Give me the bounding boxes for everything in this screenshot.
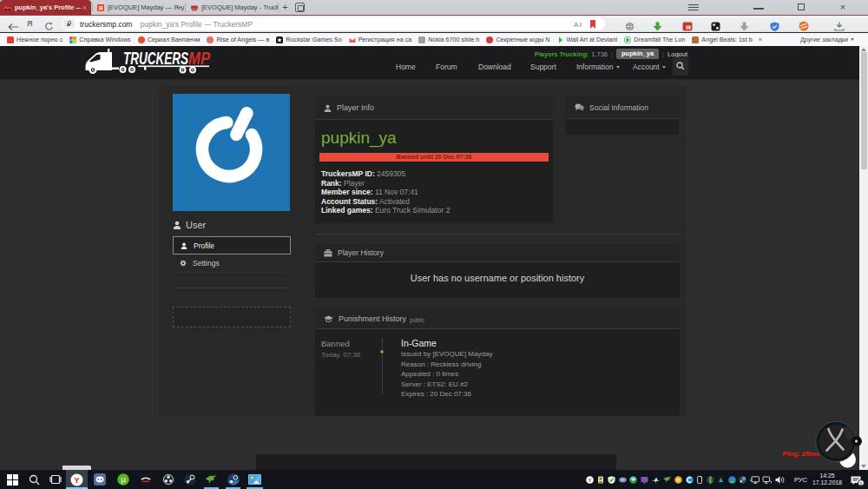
- person-icon: [324, 104, 332, 112]
- windows-taskbar: Y µ Y: [0, 470, 868, 489]
- player-history-header: Player History: [315, 244, 680, 262]
- bookmark-item[interactable]: Секретные коды N: [486, 36, 549, 43]
- nav-account[interactable]: Account: [633, 63, 666, 71]
- bookmark-favicon: [207, 36, 214, 43]
- sidebar-item-settings[interactable]: Settings: [173, 254, 291, 273]
- taskbar-yandex-browser[interactable]: Y: [66, 470, 88, 489]
- tray-disc-icon[interactable]: [619, 476, 627, 484]
- overlay-recorder-widget[interactable]: [803, 411, 868, 470]
- clock-time: 14:25: [819, 472, 834, 479]
- site-footer-block: [256, 454, 616, 470]
- tab-3[interactable]: [EVOQUE] Mayday - Trucke: [187, 0, 278, 15]
- address-domain[interactable]: truckersmp.com: [80, 20, 132, 29]
- clock-date: 17.12.2018: [812, 479, 842, 486]
- bookmark-item[interactable]: Dreamfall The Lon: [624, 36, 685, 43]
- taskbar-discord[interactable]: [90, 470, 108, 489]
- site-security-icon[interactable]: [63, 19, 75, 29]
- tray-war-thunder-icon[interactable]: [663, 476, 672, 483]
- player-info-panel: Player Info pupkin_ya Banned until 20 De…: [315, 96, 553, 223]
- utorrent-icon: µ: [117, 473, 129, 486]
- punishment-entry-meta: Banned Today, 07:36: [321, 339, 360, 359]
- rockstar-favicon: [276, 36, 283, 43]
- bookmark-flag-icon[interactable]: [589, 20, 596, 29]
- war-thunder-icon: [205, 474, 218, 485]
- tray-green-bar-icon[interactable]: [707, 476, 714, 484]
- tab-title: pupkin_ya's Profile — Tru: [15, 3, 81, 11]
- bookmark-item[interactable]: Wall Art at Deviant: [557, 36, 618, 43]
- truckersmp-favicon: [4, 4, 11, 11]
- taskbar-clock[interactable]: 14:25 17.12.2018: [812, 472, 842, 486]
- translate-icon[interactable]: A: [573, 20, 582, 29]
- tray-jet-icon[interactable]: [651, 476, 660, 484]
- taskbar-game[interactable]: [136, 470, 155, 489]
- taskbar-obs[interactable]: [159, 470, 177, 489]
- tab-separator: [278, 3, 279, 12]
- window-menu-icon[interactable]: [687, 0, 700, 15]
- tray-agent-icon[interactable]: [597, 476, 605, 484]
- tray-yandex-icon[interactable]: Y: [586, 476, 594, 484]
- volume-icon[interactable]: [775, 476, 785, 484]
- nav-download[interactable]: Download: [478, 63, 511, 71]
- taskbar-search-button[interactable]: [25, 470, 43, 489]
- search-icon: [29, 474, 40, 486]
- action-center-button[interactable]: 1: [851, 474, 861, 485]
- tray-shield-icon[interactable]: [608, 476, 615, 484]
- language-indicator[interactable]: РУС: [794, 476, 807, 484]
- scrollbar-thumb[interactable]: [861, 52, 867, 169]
- punishment-history-header: Punishment History public: [315, 309, 680, 329]
- tab-active[interactable]: pupkin_ya's Profile — Tru ×: [0, 0, 91, 15]
- taskbar-war-thunder[interactable]: [202, 470, 220, 489]
- window-minimize-icon[interactable]: [752, 0, 766, 15]
- taskbar-photos[interactable]: [246, 470, 264, 489]
- bookmark-item[interactable]: Справка Windows: [69, 36, 130, 43]
- sidebar-user-heading: User: [173, 220, 291, 230]
- tray-blue-c-icon[interactable]: [686, 476, 694, 484]
- bookmark-item[interactable]: Angel Beats: 1st b: [692, 36, 752, 43]
- taskbar-steam-game[interactable]: [224, 470, 242, 489]
- truckersmp-logo[interactable]: TRUCKERS MP: [82, 47, 213, 78]
- timeline-line: [382, 338, 383, 395]
- bookmark-item[interactable]: Nokia 6700 slide h: [418, 36, 479, 43]
- tray-globe-icon[interactable]: [728, 476, 736, 484]
- page-scrollbar[interactable]: [859, 46, 868, 470]
- scrollbar-up-arrow[interactable]: [861, 48, 866, 51]
- taskbar-utorrent[interactable]: µ: [114, 470, 132, 489]
- nav-information[interactable]: Information: [576, 63, 620, 71]
- tray-display-icon[interactable]: [750, 476, 760, 484]
- players-trucking-count: 1,736: [591, 50, 608, 58]
- window-close-icon[interactable]: ×: [836, 0, 850, 15]
- username-button[interactable]: pupkin_ya: [616, 49, 659, 59]
- window-maximize-icon[interactable]: [794, 0, 808, 15]
- tray-amber-icon[interactable]: [674, 476, 682, 484]
- tray-dark-teal-icon[interactable]: [717, 476, 725, 484]
- yandex-home-button[interactable]: Я: [27, 19, 32, 28]
- new-tab-button[interactable]: +: [279, 0, 291, 15]
- bookmark-item[interactable]: Регистрация на са: [349, 36, 412, 43]
- gmail-favicon: [349, 36, 356, 43]
- nav-search-button[interactable]: [673, 57, 688, 76]
- nav-support[interactable]: Support: [530, 63, 556, 71]
- nav-forum[interactable]: Forum: [436, 63, 457, 71]
- truckersmp-favicon: [191, 4, 198, 11]
- taskbar-steam[interactable]: [181, 470, 199, 489]
- tray-steam-icon[interactable]: [739, 476, 746, 484]
- tab-groups-icon[interactable]: [295, 3, 305, 12]
- bookmarks-overflow-chevron[interactable]: »: [759, 36, 762, 43]
- tray-dc-icon[interactable]: [629, 476, 637, 484]
- task-view-button[interactable]: [47, 470, 64, 489]
- nav-home[interactable]: Home: [396, 63, 416, 71]
- tray-phone-icon[interactable]: [696, 476, 703, 484]
- bookmark-item[interactable]: Rockstar Games So: [276, 36, 341, 43]
- bookmark-item[interactable]: Rise of Angels — в: [207, 36, 269, 43]
- network-icon[interactable]: [762, 476, 772, 484]
- address-bar[interactable]: truckersmp.com pupkin_ya's Profile — Tru…: [62, 17, 605, 30]
- tray-monitor-purple-icon[interactable]: [641, 476, 648, 484]
- tab-2[interactable]: Я [EVOQUE] Mayday — Янде: [94, 0, 184, 15]
- sidebar-item-profile[interactable]: Profile: [173, 236, 291, 254]
- tab-close-icon[interactable]: ×: [82, 3, 87, 12]
- bookmark-item[interactable]: Сериал Ванпанчм: [138, 36, 201, 43]
- start-button[interactable]: [3, 470, 21, 489]
- other-bookmarks-button[interactable]: Другие закладки: [800, 36, 854, 43]
- punishment-entry-details: In-Game Issued by [EVOQUE] Mayday Reason…: [401, 338, 492, 398]
- bookmark-item[interactable]: Нежное порно с: [7, 36, 62, 43]
